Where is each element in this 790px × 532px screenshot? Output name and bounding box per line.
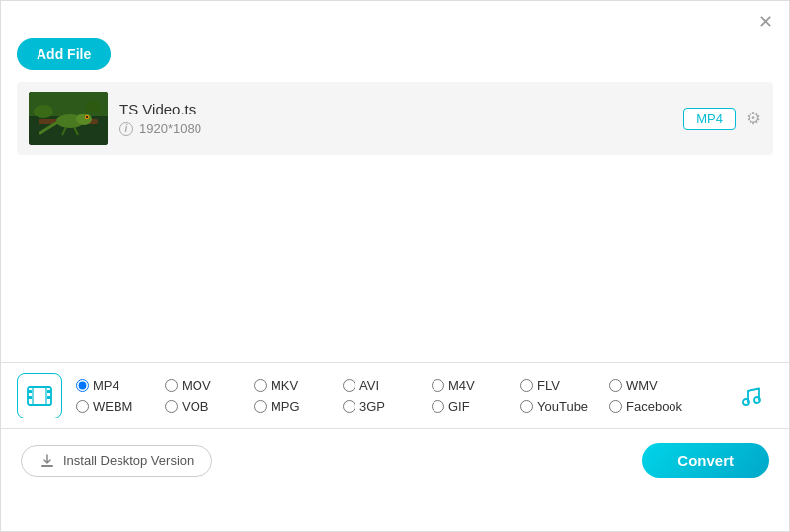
svg-rect-20 bbox=[41, 465, 53, 467]
info-icon: i bbox=[119, 122, 133, 136]
music-icon-box[interactable] bbox=[728, 373, 773, 418]
add-file-button[interactable]: Add File bbox=[17, 38, 111, 70]
close-button[interactable]: ✕ bbox=[758, 13, 773, 31]
svg-point-9 bbox=[34, 105, 53, 118]
format-radio-3gp[interactable] bbox=[343, 400, 356, 413]
format-label-wmv: WMV bbox=[626, 378, 658, 393]
format-label-webm: WEBM bbox=[93, 399, 132, 414]
svg-rect-13 bbox=[28, 396, 32, 399]
file-actions: MP4 ⚙ bbox=[683, 108, 761, 130]
format-radio-youtube[interactable] bbox=[520, 400, 533, 413]
format-option-mov[interactable]: MOV bbox=[165, 378, 254, 393]
footer: Install Desktop Version Convert bbox=[1, 429, 789, 492]
format-radio-mov[interactable] bbox=[165, 379, 178, 392]
format-option-mpg[interactable]: MPG bbox=[254, 399, 343, 414]
format-option-vob[interactable]: VOB bbox=[165, 399, 254, 414]
file-meta: i 1920*1080 bbox=[119, 121, 672, 136]
file-resolution: 1920*1080 bbox=[139, 121, 201, 136]
format-label-mkv: MKV bbox=[271, 378, 298, 393]
format-bar: MP4MOVMKVAVIM4VFLVWMVWEBMVOBMPG3GPGIFYou… bbox=[1, 362, 789, 429]
format-radio-facebook[interactable] bbox=[609, 400, 622, 413]
format-option-mkv[interactable]: MKV bbox=[254, 378, 343, 393]
format-radio-wmv[interactable] bbox=[609, 379, 622, 392]
format-option-youtube[interactable]: YouTube bbox=[520, 399, 609, 414]
format-option-gif[interactable]: GIF bbox=[432, 399, 520, 414]
format-option-webm[interactable]: WEBM bbox=[76, 399, 165, 414]
install-label: Install Desktop Version bbox=[63, 453, 194, 468]
format-radio-webm[interactable] bbox=[76, 400, 89, 413]
toolbar: Add File bbox=[1, 38, 789, 82]
format-radio-mpg[interactable] bbox=[254, 400, 267, 413]
svg-rect-15 bbox=[47, 396, 51, 399]
format-radio-mp4[interactable] bbox=[76, 379, 89, 392]
format-option-m4v[interactable]: M4V bbox=[432, 378, 520, 393]
video-format-icon-box bbox=[17, 373, 62, 418]
svg-point-6 bbox=[86, 116, 88, 118]
format-badge-button[interactable]: MP4 bbox=[683, 108, 736, 130]
format-label-m4v: M4V bbox=[448, 378, 475, 393]
format-label-avi: AVI bbox=[359, 378, 379, 393]
format-radio-m4v[interactable] bbox=[432, 379, 444, 392]
format-label-gif: GIF bbox=[448, 399, 470, 414]
format-label-flv: FLV bbox=[537, 378, 560, 393]
format-radio-gif[interactable] bbox=[432, 400, 444, 413]
format-label-mp4: MP4 bbox=[93, 378, 119, 393]
format-option-avi[interactable]: AVI bbox=[343, 378, 432, 393]
format-option-facebook[interactable]: Facebook bbox=[609, 399, 698, 414]
format-options: MP4MOVMKVAVIM4VFLVWMVWEBMVOBMPG3GPGIFYou… bbox=[76, 378, 718, 414]
format-label-facebook: Facebook bbox=[626, 399, 682, 414]
format-option-mp4[interactable]: MP4 bbox=[76, 378, 165, 393]
format-label-vob: VOB bbox=[182, 399, 208, 414]
format-label-3gp: 3GP bbox=[359, 399, 385, 414]
format-radio-vob[interactable] bbox=[165, 400, 178, 413]
svg-rect-12 bbox=[28, 390, 32, 393]
svg-point-10 bbox=[85, 101, 101, 113]
format-option-3gp[interactable]: 3GP bbox=[343, 399, 432, 414]
file-list-item: TS Video.ts i 1920*1080 MP4 ⚙ bbox=[17, 82, 773, 155]
header: ✕ bbox=[1, 1, 789, 38]
format-label-mpg: MPG bbox=[271, 399, 300, 414]
settings-icon[interactable]: ⚙ bbox=[746, 108, 761, 129]
format-option-wmv[interactable]: WMV bbox=[609, 378, 698, 393]
file-info: TS Video.ts i 1920*1080 bbox=[119, 101, 672, 136]
file-name: TS Video.ts bbox=[119, 101, 672, 117]
format-radio-mkv[interactable] bbox=[254, 379, 267, 392]
install-desktop-button[interactable]: Install Desktop Version bbox=[21, 445, 212, 477]
convert-button[interactable]: Convert bbox=[642, 443, 769, 478]
content-area bbox=[1, 155, 789, 362]
download-icon bbox=[40, 453, 55, 469]
format-label-youtube: YouTube bbox=[537, 399, 588, 414]
svg-rect-14 bbox=[47, 390, 51, 393]
svg-point-4 bbox=[76, 114, 92, 125]
svg-rect-11 bbox=[28, 387, 51, 405]
format-option-flv[interactable]: FLV bbox=[520, 378, 609, 393]
format-radio-avi[interactable] bbox=[343, 379, 356, 392]
format-label-mov: MOV bbox=[182, 378, 211, 393]
format-radio-flv[interactable] bbox=[520, 379, 533, 392]
file-thumbnail bbox=[29, 92, 108, 145]
